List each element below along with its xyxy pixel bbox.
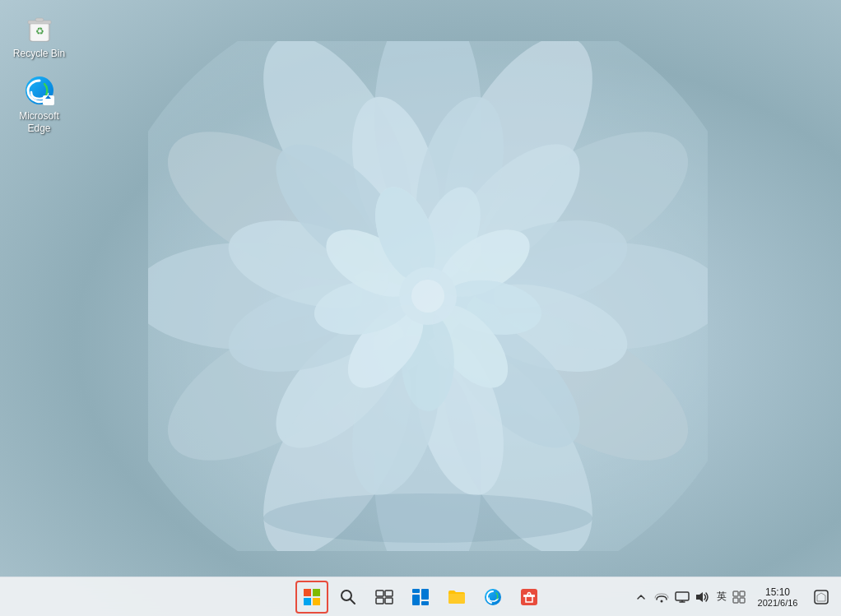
folder-icon [448, 588, 466, 606]
svg-rect-59 [421, 601, 429, 605]
svg-rect-48 [304, 598, 311, 605]
clock-time: 15:10 [765, 586, 790, 598]
svg-rect-65 [676, 592, 689, 600]
volume-button[interactable] [693, 587, 713, 607]
svg-text:♻: ♻ [35, 25, 44, 37]
svg-rect-69 [733, 591, 738, 596]
task-view-button[interactable] [368, 581, 401, 614]
svg-point-36 [411, 280, 444, 313]
svg-line-51 [351, 599, 355, 604]
search-icon [340, 589, 356, 605]
microsoft-edge-icon[interactable]: Microsoft Edge [8, 71, 70, 137]
wallpaper [0, 0, 841, 616]
desktop-icons: ♻ Recycle Bin [8, 8, 70, 137]
edge-taskbar-icon [484, 588, 502, 606]
svg-rect-47 [313, 589, 320, 596]
chevron-up-icon [635, 591, 647, 603]
svg-rect-49 [313, 598, 320, 605]
recycle-bin-image: ♻ [23, 12, 56, 44]
store-icon [520, 588, 538, 606]
svg-rect-73 [815, 591, 828, 604]
svg-rect-58 [421, 589, 429, 600]
edge-taskbar-button[interactable] [476, 581, 509, 614]
tray-area: 英 [631, 587, 747, 607]
svg-marker-68 [696, 592, 703, 602]
recycle-bin-icon[interactable]: ♻ Recycle Bin [8, 8, 70, 63]
monitor-icon [675, 591, 690, 604]
taskview-icon [375, 588, 393, 606]
recycle-bin-label: Recycle Bin [13, 48, 65, 59]
edge-image [23, 74, 56, 107]
svg-rect-70 [740, 591, 745, 596]
search-button[interactable] [332, 581, 365, 614]
svg-rect-72 [740, 598, 745, 603]
svg-rect-57 [412, 595, 420, 605]
svg-rect-55 [385, 598, 393, 604]
network-icon [654, 591, 669, 604]
start-button[interactable] [295, 581, 328, 614]
svg-point-37 [263, 493, 592, 543]
ime-button[interactable] [731, 587, 747, 607]
language-button[interactable]: 英 [713, 587, 730, 607]
store-button[interactable] [513, 581, 546, 614]
svg-rect-46 [304, 589, 311, 596]
notification-button[interactable] [808, 581, 834, 614]
clock-date: 2021/6/16 [758, 598, 798, 608]
svg-rect-52 [376, 591, 383, 596]
clock[interactable]: 15:10 2021/6/16 [749, 586, 806, 608]
wallpaper-flower [148, 41, 708, 551]
widgets-icon [411, 588, 430, 606]
ime-icon [732, 591, 746, 604]
widgets-button[interactable] [404, 581, 437, 614]
show-hidden-button[interactable] [631, 587, 651, 607]
language-label: 英 [717, 590, 727, 604]
svg-rect-71 [733, 598, 738, 603]
taskbar: 英 15:10 2021/6/16 [0, 577, 841, 616]
monitor-button[interactable] [672, 587, 692, 607]
taskbar-center [295, 581, 546, 614]
svg-rect-63 [523, 595, 535, 597]
svg-point-64 [661, 600, 663, 602]
file-explorer-button[interactable] [440, 581, 473, 614]
windows-icon [302, 587, 322, 607]
svg-rect-53 [385, 591, 393, 596]
notification-icon [814, 590, 829, 604]
volume-icon [695, 591, 710, 604]
svg-rect-54 [376, 598, 383, 604]
svg-rect-56 [412, 589, 420, 593]
edge-label: Microsoft Edge [12, 110, 67, 134]
desktop: ♻ Recycle Bin [0, 0, 841, 616]
taskbar-right: 英 15:10 2021/6/16 [631, 581, 834, 614]
network-button[interactable] [652, 587, 671, 607]
svg-rect-41 [35, 18, 44, 21]
